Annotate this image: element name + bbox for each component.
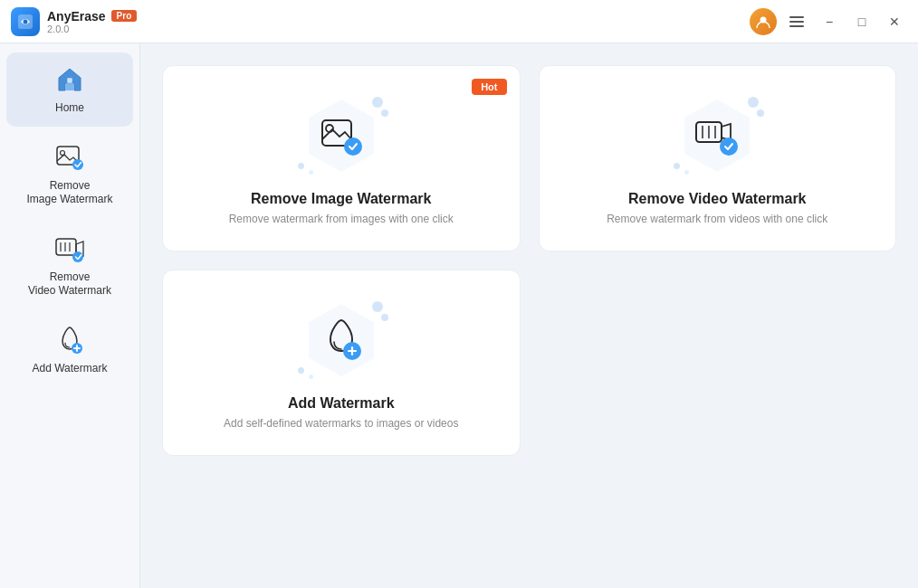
content-area: Hot <box>140 43 918 588</box>
title-bar-left: AnyErase Pro 2.0.0 <box>11 7 137 36</box>
bubble-4 <box>309 170 313 175</box>
svg-rect-4 <box>67 78 72 83</box>
add-watermark-card-icon <box>318 317 365 364</box>
svg-rect-8 <box>56 239 76 255</box>
sidebar-item-remove-video[interactable]: RemoveVideo Watermark <box>6 222 133 309</box>
svg-rect-3 <box>66 83 73 90</box>
bubble-12 <box>309 375 313 379</box>
card-remove-image-icon-wrapper <box>296 95 387 176</box>
sidebar-item-add-watermark-label: Add Watermark <box>33 362 108 376</box>
remove-image-watermark-card-icon <box>318 112 365 159</box>
menu-line-1 <box>789 16 804 18</box>
sidebar-item-home-label: Home <box>55 101 84 116</box>
pro-badge: Pro <box>111 10 138 22</box>
home-icon <box>53 63 86 96</box>
close-button[interactable]: ✕ <box>882 9 907 34</box>
sidebar-item-remove-image[interactable]: RemoveImage Watermark <box>6 130 133 218</box>
card-add-watermark[interactable]: Add Watermark Add self-defined watermark… <box>162 270 521 456</box>
svg-point-7 <box>72 159 83 170</box>
title-bar-right: − □ ✕ <box>750 8 907 35</box>
card-remove-video-title: Remove Video Watermark <box>628 191 807 207</box>
sidebar-item-add-watermark[interactable]: Add Watermark <box>6 313 133 387</box>
svg-point-25 <box>720 138 738 156</box>
app-icon <box>11 7 40 36</box>
card-remove-video-icon-wrapper <box>672 95 762 176</box>
card-remove-image-title: Remove Image Watermark <box>251 191 432 207</box>
card-remove-video-subtitle: Remove watermark from videos with one cl… <box>607 213 827 225</box>
bubble-6 <box>757 109 764 117</box>
bubble-1 <box>372 97 383 108</box>
main-container: Home RemoveImage Watermark <box>0 43 918 588</box>
bubble-5 <box>748 97 759 108</box>
card-add-watermark-subtitle: Add self-defined watermarks to images or… <box>224 417 458 430</box>
remove-video-watermark-card-icon <box>693 112 741 159</box>
svg-point-1 <box>24 19 28 24</box>
card-remove-image-subtitle: Remove watermark from images with one cl… <box>229 213 454 225</box>
app-name-version: AnyErase Pro 2.0.0 <box>47 9 137 34</box>
sidebar-item-home[interactable]: Home <box>6 52 133 127</box>
bubble-2 <box>381 109 388 117</box>
app-version: 2.0.0 <box>47 24 137 34</box>
svg-point-19 <box>344 138 362 156</box>
menu-line-2 <box>789 21 804 23</box>
card-add-watermark-title: Add Watermark <box>288 395 395 412</box>
bubble-3 <box>298 163 304 169</box>
card-remove-image-watermark[interactable]: Hot <box>162 65 521 251</box>
sidebar-item-remove-video-label: RemoveVideo Watermark <box>28 270 111 299</box>
sidebar: Home RemoveImage Watermark <box>0 43 140 588</box>
minimize-button[interactable]: − <box>817 9 842 34</box>
add-watermark-icon <box>53 324 86 356</box>
menu-line-3 <box>789 25 804 27</box>
cards-grid: Hot <box>162 65 896 456</box>
svg-point-12 <box>72 251 83 262</box>
card-remove-video-watermark[interactable]: Remove Video Watermark Remove watermark … <box>539 65 897 251</box>
remove-video-watermark-icon <box>53 232 86 265</box>
remove-image-watermark-icon <box>53 141 86 174</box>
title-bar: AnyErase Pro 2.0.0 − □ ✕ <box>0 0 918 43</box>
hot-badge: Hot <box>472 79 506 95</box>
bubble-9 <box>372 301 383 312</box>
sidebar-item-remove-image-label: RemoveImage Watermark <box>27 179 113 207</box>
app-name-text: AnyErase <box>47 9 106 24</box>
menu-button[interactable] <box>784 9 809 34</box>
app-name-row: AnyErase Pro <box>47 9 137 24</box>
maximize-button[interactable]: □ <box>849 9 875 34</box>
card-add-watermark-icon-wrapper <box>296 299 387 381</box>
user-avatar[interactable] <box>750 8 777 35</box>
bubble-11 <box>298 367 304 374</box>
bubble-10 <box>381 314 388 321</box>
